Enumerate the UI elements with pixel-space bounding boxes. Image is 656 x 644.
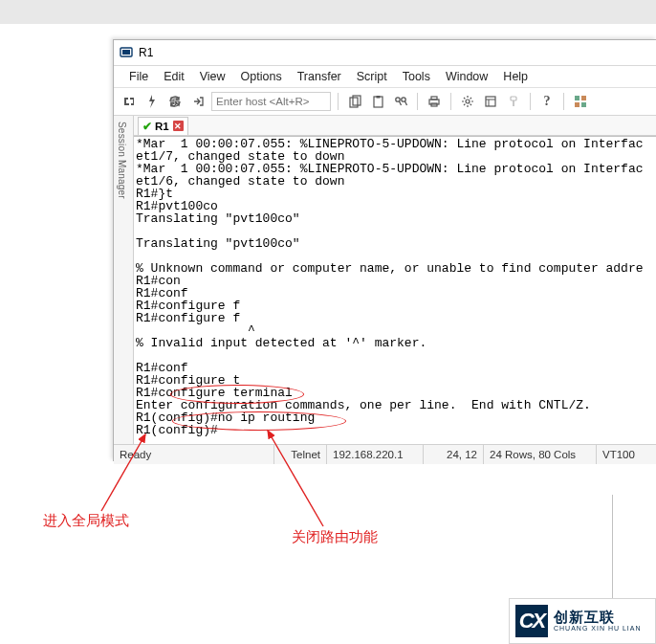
menu-script[interactable]: Script	[351, 68, 393, 85]
settings-icon[interactable]	[458, 92, 477, 111]
app-window: R1 File Edit View Options Transfer Scrip…	[113, 39, 656, 461]
status-cursor: 24, 12	[424, 445, 484, 464]
toolbar: ?	[114, 88, 656, 116]
svg-rect-5	[376, 96, 380, 99]
find-icon[interactable]	[391, 92, 410, 111]
status-bar: Ready Telnet 192.168.220.1 24, 12 24 Row…	[114, 444, 656, 464]
app-icon	[120, 46, 133, 59]
menu-view[interactable]: View	[194, 68, 231, 85]
window-title: R1	[139, 46, 153, 59]
reconnect-icon[interactable]	[165, 92, 185, 111]
menu-edit[interactable]: Edit	[158, 68, 190, 85]
svg-rect-18	[581, 102, 586, 107]
keymap-icon[interactable]	[504, 92, 523, 111]
session-options-icon[interactable]	[481, 92, 500, 111]
svg-rect-12	[486, 97, 495, 106]
svg-rect-17	[575, 102, 579, 107]
watermark-text-cn: 创新互联	[554, 610, 642, 625]
connect-icon[interactable]	[120, 92, 139, 111]
host-input[interactable]	[211, 92, 331, 111]
tab-bar: ✔ R1 ✕	[134, 116, 656, 136]
svg-rect-14	[513, 100, 514, 106]
titlebar[interactable]: R1	[114, 40, 656, 66]
menu-options[interactable]: Options	[235, 68, 288, 85]
status-emulation: VT100	[597, 445, 656, 464]
menu-tools[interactable]: Tools	[397, 68, 436, 85]
paste-icon[interactable]	[368, 92, 387, 111]
svg-rect-1	[122, 50, 130, 55]
status-ready: Ready	[114, 445, 274, 464]
svg-rect-13	[511, 97, 516, 100]
menu-transfer[interactable]: Transfer	[292, 68, 347, 85]
tab-active-check-icon: ✔	[142, 120, 152, 133]
disconnect-icon[interactable]	[188, 92, 208, 111]
tab-r1[interactable]: ✔ R1 ✕	[138, 117, 188, 135]
tile-icon[interactable]	[571, 92, 590, 111]
menu-file[interactable]: File	[123, 68, 154, 85]
menubar: File Edit View Options Transfer Script T…	[114, 66, 656, 88]
terminal-output[interactable]: *Mar 1 00:00:07.055: %LINEPROTO-5-UPDOWN…	[134, 136, 656, 444]
quick-connect-icon[interactable]	[142, 92, 162, 111]
help-icon[interactable]: ?	[537, 92, 557, 111]
menu-window[interactable]: Window	[440, 68, 493, 85]
tab-label: R1	[155, 121, 169, 132]
menu-help[interactable]: Help	[497, 68, 534, 85]
svg-point-11	[466, 100, 470, 103]
tab-close-icon[interactable]: ✕	[173, 121, 184, 131]
watermark: CX 创新互联 CHUANG XIN HU LIAN	[509, 598, 656, 644]
svg-point-6	[396, 98, 400, 101]
svg-rect-15	[575, 96, 579, 100]
svg-rect-16	[581, 96, 586, 100]
session-manager-panel[interactable]: Session Manager	[114, 116, 134, 444]
session-manager-label: Session Manager	[117, 122, 127, 199]
print-icon[interactable]	[425, 92, 444, 111]
svg-point-7	[402, 98, 405, 101]
status-size: 24 Rows, 80 Cols	[484, 445, 597, 464]
svg-rect-4	[374, 97, 383, 107]
copy-icon[interactable]	[345, 92, 364, 111]
status-ip: 192.168.220.1	[327, 445, 424, 464]
watermark-logo-icon: CX	[515, 605, 548, 637]
watermark-text-pinyin: CHUANG XIN HU LIAN	[554, 625, 642, 632]
status-protocol: Telnet	[274, 445, 327, 464]
svg-rect-9	[431, 97, 437, 100]
